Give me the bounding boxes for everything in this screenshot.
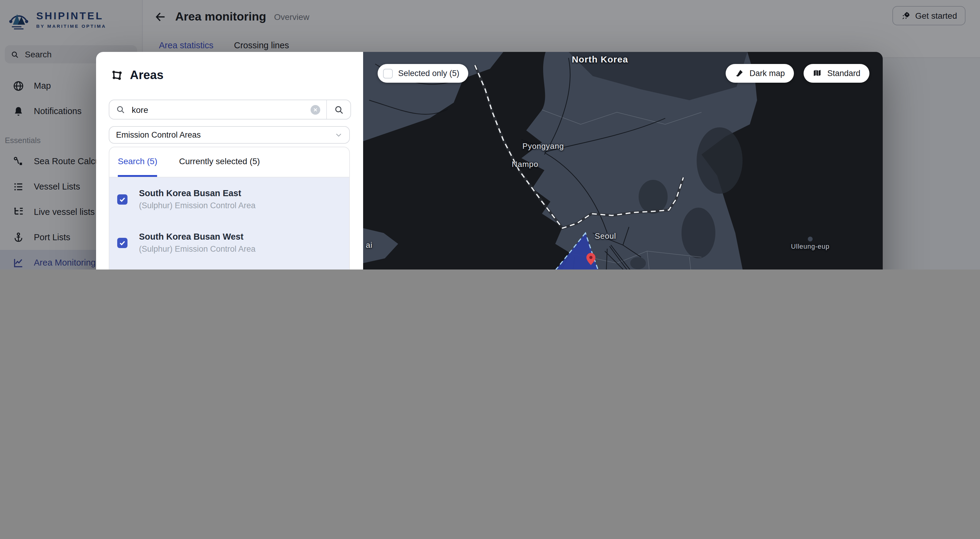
area-results-card: Search (5) Currently selected (5) South … xyxy=(109,147,350,270)
polygon-area-icon xyxy=(111,69,123,81)
area-subtitle: (Sulphur) Emission Control Area xyxy=(139,201,256,210)
area-checkbox-checked[interactable] xyxy=(117,238,127,248)
search-icon xyxy=(334,105,344,114)
standard-map-button[interactable]: Standard xyxy=(803,64,869,83)
map-pin-pyeongtaek[interactable] xyxy=(586,253,595,265)
check-icon xyxy=(119,239,126,246)
dark-map-button[interactable]: Dark map xyxy=(726,64,794,83)
area-search-input[interactable] xyxy=(130,104,310,115)
map-icon xyxy=(813,69,822,78)
areas-panel: Areas Emission Control Areas Search (5) xyxy=(96,52,363,270)
tab-currently-selected[interactable]: Currently selected (5) xyxy=(179,147,260,177)
results-tabs: Search (5) Currently selected (5) xyxy=(109,147,349,178)
selected-only-toggle[interactable]: Selected only (5) xyxy=(378,64,469,83)
area-list-item[interactable]: South Korea Pyeongtaek (Sulphur) Emissio… xyxy=(109,265,349,270)
area-list-item[interactable]: South Korea Busan East (Sulphur) Emissio… xyxy=(109,178,349,221)
area-list: South Korea Busan East (Sulphur) Emissio… xyxy=(109,178,349,270)
search-submit-button[interactable] xyxy=(326,100,350,119)
search-icon xyxy=(116,105,125,114)
selected-only-checkbox-unchecked[interactable] xyxy=(383,68,393,78)
paintbrush-icon xyxy=(735,69,744,78)
area-search-box xyxy=(109,100,351,119)
map-preview[interactable]: North Korea South Korea Pyongyang Nampo … xyxy=(363,52,883,270)
areas-dialog: Areas Emission Control Areas Search (5) xyxy=(96,52,883,270)
dark-map-label: Dark map xyxy=(749,69,785,78)
area-list-item[interactable]: South Korea Busan West (Sulphur) Emissio… xyxy=(109,221,349,265)
app-window: SHIPINTEL BY MARITIME OPTIMA Map Notific… xyxy=(0,0,980,270)
selected-only-label: Selected only (5) xyxy=(398,69,460,78)
chevron-down-icon xyxy=(335,131,342,139)
map-canvas xyxy=(363,52,883,270)
standard-map-label: Standard xyxy=(827,69,861,78)
clear-search-icon[interactable] xyxy=(310,105,320,114)
area-type-selected-value: Emission Control Areas xyxy=(116,130,201,140)
area-title: South Korea Busan West xyxy=(139,232,256,241)
check-icon xyxy=(119,196,126,203)
area-checkbox-checked[interactable] xyxy=(117,194,127,205)
area-type-select[interactable]: Emission Control Areas xyxy=(109,126,350,144)
dialog-title: Areas xyxy=(130,68,164,82)
area-subtitle: (Sulphur) Emission Control Area xyxy=(139,244,256,254)
tab-search-results[interactable]: Search (5) xyxy=(118,147,158,177)
area-title: South Korea Busan East xyxy=(139,188,256,198)
